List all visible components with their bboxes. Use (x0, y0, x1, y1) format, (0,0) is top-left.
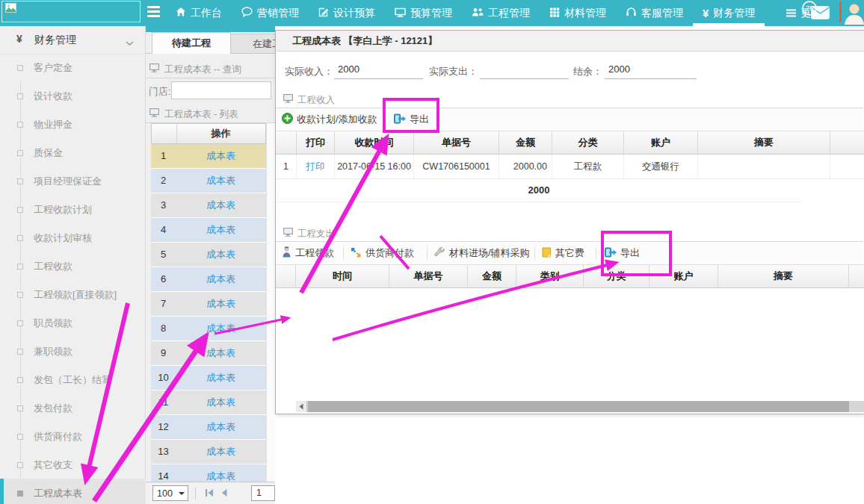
sidebar-item-label: 设计收款 (34, 90, 72, 103)
supplier-payment-button[interactable]: 供货商付款 (351, 242, 414, 264)
sidebar-item-14[interactable]: 供货商付款 (0, 422, 146, 450)
tab-pending-projects[interactable]: 待建工程 (152, 32, 231, 54)
project-withdraw-button[interactable]: 工程领款 (282, 242, 334, 264)
income-total: 2000 (276, 179, 802, 202)
sidebar-item-4[interactable]: 质保金 (0, 138, 146, 167)
nav-budget[interactable]: 预算管理 (385, 0, 462, 26)
list-row-8: 8成本表 (151, 317, 266, 341)
nav-finance[interactable]: ¥财务管理 (693, 0, 765, 26)
prev-page-icon[interactable] (220, 488, 228, 500)
nav-item-label: 工程管理 (488, 7, 530, 20)
actual-income-field[interactable]: 2000 (334, 60, 423, 79)
nav-items: 工作台营销管理设计预算预算管理工程管理材料管理客服管理¥财务管理更多 (166, 0, 831, 26)
caret-down-icon (179, 492, 185, 498)
supplier-icon (351, 247, 362, 260)
material-purchase-button[interactable]: 材料进场/辅料采购 (434, 242, 530, 264)
nav-item-label: 材料管理 (564, 7, 606, 20)
user-avatar-icon[interactable] (845, 1, 864, 25)
income-cell: 工程款 (552, 155, 624, 178)
sidebar-item-13[interactable]: 发包付款 (0, 393, 146, 422)
print-link[interactable]: 打印 (297, 155, 335, 178)
column-header: 金额 (468, 265, 516, 287)
bullet-icon (17, 491, 23, 497)
tab-inprogress-projects[interactable]: 在建工程 (230, 34, 275, 53)
bullet-icon (17, 264, 23, 270)
store-filter-row: 门店: (146, 78, 275, 104)
sidebar-item-12[interactable]: 发包（工长）结算 (0, 365, 146, 393)
sidebar-item-5[interactable]: 项目经理保证金 (0, 167, 146, 195)
nav-service[interactable]: 客服管理 (616, 0, 693, 26)
cost-sheet-link[interactable]: 成本表 (176, 193, 266, 217)
list-row-7: 7成本表 (151, 292, 266, 317)
toolbar-button-label: 其它费 (555, 246, 584, 260)
logo[interactable] (1, 1, 141, 22)
income-cell: CW1706150001 (414, 155, 499, 178)
page-number-input[interactable]: 1 (251, 485, 275, 501)
sidebar-item-2[interactable]: 设计收款 (0, 81, 146, 110)
sidebar-item-3[interactable]: 物业押金 (0, 110, 146, 138)
cost-sheet-link[interactable]: 成本表 (176, 440, 266, 464)
menu-icon[interactable] (147, 6, 161, 19)
cost-sheet-link[interactable]: 成本表 (176, 317, 266, 340)
cost-sheet-link[interactable]: 成本表 (176, 169, 266, 193)
cost-sheet-link[interactable]: 成本表 (176, 341, 266, 365)
sidebar-item-6[interactable]: 工程收款计划 (0, 195, 146, 223)
export-icon (605, 247, 617, 260)
sidebar-item-label: 收款计划审核 (34, 231, 92, 245)
scroll-left-icon[interactable] (296, 401, 307, 412)
cost-sheet-link[interactable]: 成本表 (176, 292, 266, 316)
first-page-icon[interactable] (204, 488, 215, 500)
cost-sheet-link[interactable]: 成本表 (176, 415, 266, 439)
sidebar-item-10[interactable]: 职员领款 (0, 308, 146, 337)
nav-marketing[interactable]: 营销管理 (232, 0, 309, 26)
cost-sheet-panel: 工程成本表 【李白上学 - 12121】 实际收入： 2000 实际支出： 结余… (275, 30, 864, 414)
summary-row: 实际收入： 2000 实际支出： 结余： 2000 (276, 59, 864, 83)
toolbar-button-label: 导出 (410, 113, 429, 126)
broken-image-icon (5, 3, 16, 13)
more-icon (786, 7, 796, 19)
top-nav: 工作台营销管理设计预算预算管理工程管理材料管理客服管理¥财务管理更多 75 (0, 0, 864, 26)
nav-material[interactable]: 材料管理 (540, 0, 616, 26)
row-number: 8 (151, 317, 176, 340)
nav-project[interactable]: 工程管理 (462, 0, 540, 26)
sidebar-item-11[interactable]: 兼职领款 (0, 337, 146, 365)
expense-export-button[interactable]: 导出 (605, 242, 640, 264)
cost-sheet-link[interactable]: 成本表 (176, 267, 266, 291)
column-header: 类别 (516, 265, 584, 287)
sidebar-item-9[interactable]: 工程领款[直接领款] (0, 280, 146, 308)
page-size-select[interactable]: 100 (152, 485, 188, 501)
sidebar-item-label: 其它收支 (34, 458, 72, 472)
sidebar-item-1[interactable]: 客户定金 (0, 53, 146, 81)
store-input[interactable] (171, 81, 271, 99)
sidebar-item-8[interactable]: 工程收款 (0, 252, 146, 280)
cost-sheet-link[interactable]: 成本表 (176, 218, 266, 242)
sidebar-header-finance[interactable]: ¥ 财务管理 (0, 26, 146, 55)
bullet-icon (17, 150, 23, 156)
cost-sheet-link[interactable]: 成本表 (176, 144, 266, 168)
actual-expense-label: 实际支出： (429, 65, 478, 78)
balance-field[interactable]: 2000 (605, 60, 697, 79)
headset-icon (626, 7, 637, 19)
income-export-button[interactable]: 导出 (394, 108, 429, 131)
income-row: 1打印2017-06-15 16:00CW17061500012000.00工程… (276, 155, 864, 179)
monitor-icon (283, 228, 294, 239)
nav-item-label: 工作台 (191, 7, 222, 20)
add-receipt-plan-button[interactable]: 收款计划/添加收款 (282, 108, 377, 131)
sidebar-item-16[interactable]: 工程成本表 (0, 479, 146, 504)
chat-icon (241, 7, 253, 19)
cost-sheet-link[interactable]: 成本表 (176, 243, 266, 267)
nav-workbench[interactable]: 工作台 (166, 0, 232, 26)
list-scroll-strip[interactable] (266, 123, 275, 482)
list-row-4: 4成本表 (151, 218, 266, 243)
actual-expense-field[interactable] (480, 60, 569, 79)
sidebar-item-15[interactable]: 其它收支 (0, 450, 146, 479)
scrollbar-thumb[interactable] (308, 401, 849, 412)
mail-button[interactable]: 75 (811, 6, 830, 21)
active-indicator (0, 479, 4, 504)
nav-design-budget[interactable]: 设计预算 (309, 0, 385, 26)
cost-sheet-link[interactable]: 成本表 (176, 366, 266, 390)
horizontal-scrollbar[interactable] (296, 401, 864, 412)
other-fee-button[interactable]: 其它费 (542, 242, 584, 264)
cost-sheet-link[interactable]: 成本表 (176, 391, 266, 414)
sidebar-item-7[interactable]: 收款计划审核 (0, 223, 146, 252)
